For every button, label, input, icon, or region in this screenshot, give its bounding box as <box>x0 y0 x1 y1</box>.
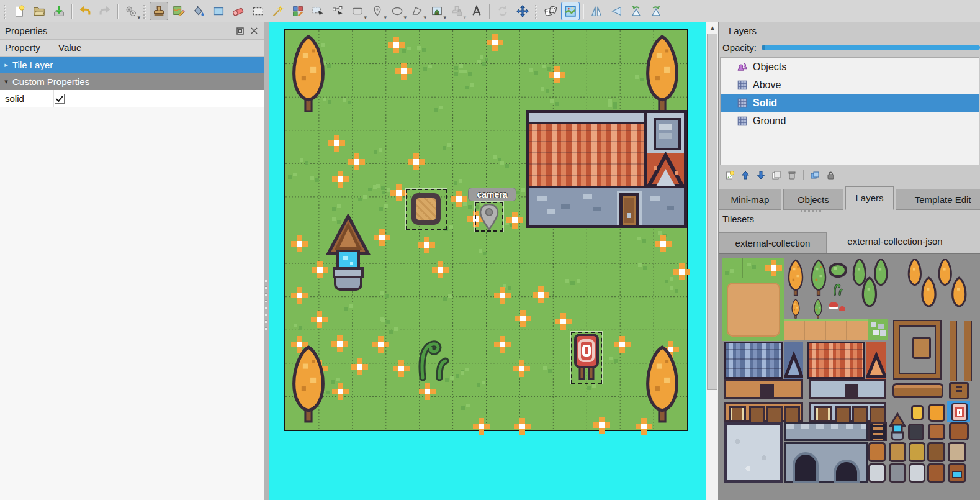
new-layer-button[interactable] <box>723 169 737 181</box>
toolbar-grip[interactable] <box>3 4 7 19</box>
bush-tile[interactable] <box>828 261 848 278</box>
scythe-tile[interactable] <box>868 463 886 483</box>
selected-tile-region[interactable] <box>406 189 447 230</box>
blue-roof-tiles[interactable] <box>724 342 783 379</box>
stamp-brush-button[interactable] <box>150 2 168 20</box>
insert-ellipse-button[interactable]: ▾ <box>388 2 407 20</box>
arch-tiles[interactable] <box>784 442 868 483</box>
blue-gable-tile[interactable] <box>784 342 803 379</box>
dropdown-caret-icon[interactable]: ▾ <box>423 15 426 20</box>
rotate-right-button[interactable] <box>647 2 665 20</box>
magic-wand-button[interactable] <box>269 2 287 20</box>
sprout-tile[interactable] <box>829 282 846 296</box>
property-row[interactable]: solid <box>0 90 264 107</box>
automapping-button[interactable]: ▾ <box>122 2 140 20</box>
dirt-path-tiles[interactable] <box>784 319 868 340</box>
eraser-button[interactable] <box>229 2 248 20</box>
duplicate-layer-button[interactable] <box>770 169 783 181</box>
gold-tile[interactable] <box>911 405 924 420</box>
fence-horizontal-tile[interactable] <box>892 383 943 398</box>
mushrooms-tile[interactable] <box>827 301 847 317</box>
tab-layers[interactable]: Layers <box>845 186 894 210</box>
new-file-button[interactable] <box>10 2 29 20</box>
dropdown-caret-icon[interactable]: ▾ <box>463 15 466 20</box>
dropdown-caret-icon[interactable]: ▾ <box>137 15 140 20</box>
random-mode-button[interactable] <box>541 2 560 20</box>
tileset-view[interactable] <box>719 253 980 500</box>
orange-tree-tile[interactable] <box>784 259 807 296</box>
pan-tool-button[interactable] <box>513 2 532 20</box>
map-vertical-scrollbar[interactable]: ▲ <box>706 22 718 500</box>
open-file-button[interactable] <box>30 2 48 20</box>
insert-template-button[interactable]: ▾ <box>447 2 466 20</box>
highlight-layer-button[interactable] <box>808 169 822 181</box>
close-panel-icon[interactable] <box>249 26 259 36</box>
layer-row-solid[interactable]: Solid <box>721 94 979 112</box>
layer-row-objects[interactable]: Objects <box>721 58 979 76</box>
select-objects-button[interactable] <box>308 2 327 20</box>
save-file-button[interactable] <box>50 2 68 20</box>
toolbar-grip[interactable] <box>534 4 539 19</box>
small-well-tile[interactable] <box>889 412 906 441</box>
gray-wall-tiles[interactable] <box>809 379 886 399</box>
dropdown-caret-icon[interactable]: ▾ <box>364 15 367 20</box>
map-canvas[interactable]: camera <box>269 22 706 500</box>
grass-tiles[interactable] <box>722 258 784 278</box>
panel-splitter[interactable] <box>264 22 269 500</box>
tan-door-tiles[interactable] <box>724 402 803 422</box>
property-group-row[interactable]: ▾Custom Properties <box>0 73 264 90</box>
undo-button[interactable] <box>76 2 94 20</box>
parapet-tiles[interactable] <box>784 422 868 441</box>
insert-polygon-button[interactable]: ▾ <box>408 2 426 20</box>
dirt-patch-tiles[interactable] <box>722 278 784 341</box>
pouch-tile[interactable] <box>928 424 945 440</box>
pebble-tile[interactable] <box>868 319 888 340</box>
chest-open-tile[interactable] <box>948 463 966 483</box>
shape-fill-button[interactable] <box>209 2 228 20</box>
camera-point-object[interactable] <box>475 202 503 232</box>
property-group-row[interactable]: ▸Tile Layer <box>0 57 264 73</box>
raise-layer-button[interactable] <box>739 169 752 181</box>
bow-tile[interactable] <box>927 442 945 462</box>
small-green-tree-tile[interactable] <box>808 299 828 319</box>
arrow-tile[interactable] <box>948 442 966 462</box>
green-pines-tiles[interactable] <box>850 259 897 317</box>
redo-button[interactable] <box>96 2 114 20</box>
opacity-slider[interactable] <box>762 45 980 50</box>
float-panel-icon[interactable] <box>235 26 245 36</box>
tab-template-edit[interactable]: Template Edit <box>896 189 980 210</box>
edit-polygons-button[interactable] <box>328 2 347 20</box>
tileset-tab-external-collection-json[interactable]: external-collection-json <box>829 230 961 253</box>
hammer-tile[interactable] <box>889 463 906 483</box>
hatchet-tile[interactable] <box>909 463 925 483</box>
gray-door-tiles[interactable] <box>809 402 886 422</box>
chevron-right-icon[interactable]: ▸ <box>0 61 12 69</box>
fork-tile[interactable] <box>889 442 906 462</box>
tab-mini-map[interactable]: Mini-map <box>719 189 781 210</box>
tan-wall-tiles[interactable] <box>724 379 803 399</box>
bucket-fill-button[interactable] <box>189 2 208 20</box>
insert-rectangle-button[interactable]: ▾ <box>348 2 367 20</box>
map-view[interactable]: camera <box>284 29 688 431</box>
lower-layer-button[interactable] <box>754 169 768 181</box>
target-object-selected[interactable] <box>571 332 602 384</box>
tab-objects[interactable]: Objects <box>783 189 843 210</box>
toolbar-grip[interactable] <box>143 4 147 19</box>
chest-tile[interactable] <box>927 463 945 483</box>
terrain-mode-button[interactable] <box>561 2 580 20</box>
chevron-down-icon[interactable]: ▾ <box>0 78 12 86</box>
pot-tile[interactable] <box>949 422 969 440</box>
dropdown-caret-icon[interactable]: ▾ <box>443 15 446 20</box>
red-roof-tiles[interactable] <box>807 342 865 379</box>
dropdown-caret-icon[interactable]: ▾ <box>384 15 387 20</box>
key-tile[interactable] <box>909 442 925 462</box>
insert-point-button[interactable]: ▾ <box>368 2 387 20</box>
rectangular-select-button[interactable] <box>249 2 267 20</box>
scroll-up-icon[interactable]: ▲ <box>706 22 719 34</box>
target-tile-selected[interactable] <box>947 401 970 422</box>
select-same-tile-button[interactable] <box>289 2 307 20</box>
dropdown-caret-icon[interactable]: ▾ <box>403 15 407 20</box>
scrollbar-thumb[interactable] <box>707 34 717 390</box>
remove-layer-button[interactable] <box>785 169 799 181</box>
rotate-left-button[interactable] <box>627 2 645 20</box>
